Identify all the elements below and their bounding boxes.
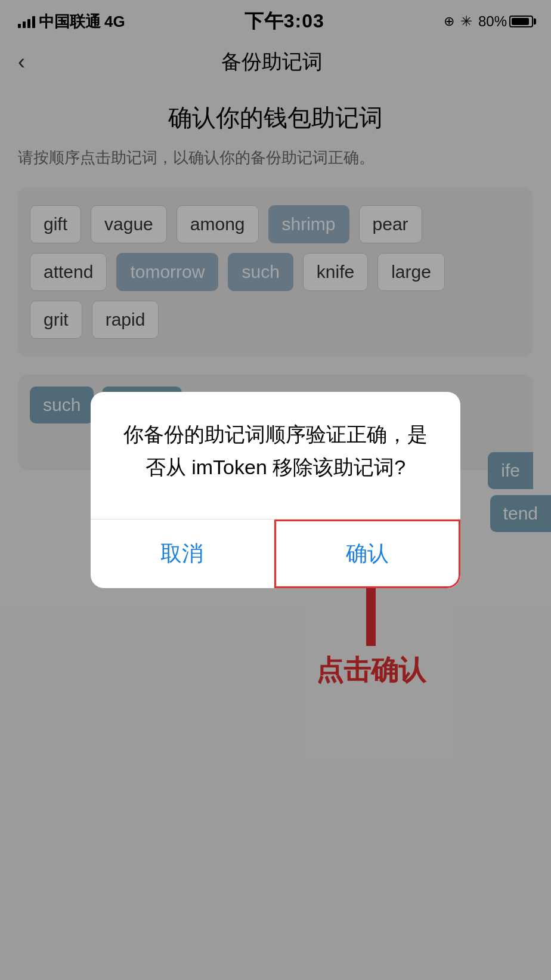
dialog-cancel-button[interactable]: 取消 [91, 520, 274, 588]
dialog-actions: 取消 确认 [91, 520, 460, 588]
dialog-body: 你备份的助记词顺序验证正确，是否从 imToken 移除该助记词? [91, 392, 460, 501]
dialog-message: 你备份的助记词顺序验证正确，是否从 imToken 移除该助记词? [114, 418, 437, 483]
dialog: 你备份的助记词顺序验证正确，是否从 imToken 移除该助记词? 取消 确认 [91, 392, 460, 588]
modal-overlay: 你备份的助记词顺序验证正确，是否从 imToken 移除该助记词? 取消 确认 [0, 0, 551, 980]
dialog-ok-button[interactable]: 确认 [274, 520, 461, 588]
